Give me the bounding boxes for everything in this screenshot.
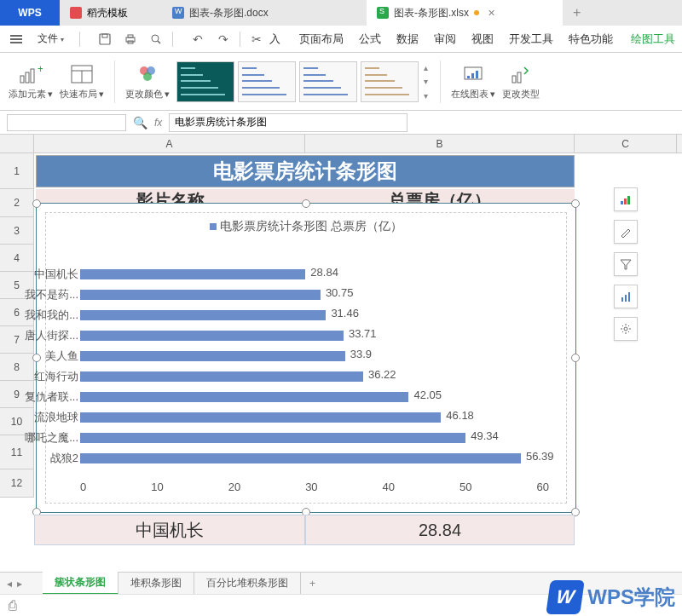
data-button[interactable] [614,285,638,308]
bar-label: 唐人街探... [25,328,78,343]
row-header-1[interactable]: 1 [0,153,33,189]
ribbon-change-color[interactable]: 更改颜色 ▾ [125,62,170,101]
ribbon-tab-review[interactable]: 审阅 [434,28,456,50]
change-color-icon [134,62,161,86]
chart-elements-button[interactable] [614,187,638,211]
ribbon-online-chart[interactable]: 在线图表 ▾ [451,62,495,101]
gallery-more-icon[interactable]: ▾ [424,91,428,101]
sheet-tab-percent[interactable]: 百分比堆积条形图 [194,573,301,594]
row-header-3[interactable]: 3 [0,217,33,245]
bar-fill[interactable] [80,310,326,320]
chevron-down-icon: ▾ [99,89,104,100]
bar-fill[interactable] [80,290,321,300]
chart-style-2[interactable] [238,61,296,102]
print-icon[interactable] [123,32,138,47]
bar-label: 红海行动 [34,369,78,384]
wps-watermark-text: WPS学院 [587,584,675,611]
status-icon: ⎙ [9,598,17,613]
brush-button[interactable] [614,220,638,244]
redo-icon[interactable]: ↷ [216,32,231,47]
tab-xlsx-active[interactable]: 图表-条形图.xlsx ✕ [367,0,563,26]
save-icon[interactable] [97,32,113,47]
row-header-4[interactable]: 4 [0,245,33,272]
cell-b12[interactable]: 28.84 [305,515,575,545]
chart-style-4[interactable] [361,61,419,102]
filter-button[interactable] [614,252,638,276]
gallery-down-icon[interactable]: ▾ [424,77,428,86]
bar-fill[interactable] [80,392,408,402]
chart-plot-area[interactable]: 电影票房统计条形图 总票房（亿） 中国机长 28.84 我不是药... 30.7… [45,212,567,504]
close-icon[interactable]: ✕ [488,8,495,19]
resize-handle[interactable] [302,199,310,208]
ribbon-change-type[interactable]: 更改类型 [502,62,540,101]
add-tab-button[interactable]: + [563,5,591,20]
select-all-corner[interactable] [0,135,34,153]
sheet-nav-prev-icon[interactable]: ◂ [7,578,12,590]
bar-fill[interactable] [80,412,441,423]
ribbon-tab-dev[interactable]: 开发工具 [509,28,553,50]
settings-button[interactable] [614,317,638,341]
sheet-nav: ◂ ▸ [7,578,22,590]
gallery-up-icon[interactable]: ▴ [424,63,428,72]
svg-text:+: + [38,64,43,75]
legend-marker-icon [210,223,217,230]
bar-fill[interactable] [80,351,345,361]
chart-style-1[interactable] [176,61,234,102]
bar-value: 30.75 [326,286,354,299]
sheet-nav-next-icon[interactable]: ▸ [17,578,22,590]
bar-row: 红海行动 36.22 [80,366,549,387]
ribbon-quick-layout[interactable]: 快速布局 ▾ [60,62,104,101]
quick-layout-icon [68,62,95,86]
ribbon-tab-data[interactable]: 数据 [396,28,419,50]
svg-point-16 [143,72,152,81]
resize-handle[interactable] [571,354,580,362]
row-header-2[interactable]: 2 [0,189,33,217]
col-header-a[interactable]: A [34,135,305,153]
resize-handle[interactable] [571,199,580,208]
svg-point-29 [624,327,627,331]
add-sheet-button[interactable]: + [301,578,324,590]
wps-logo-icon: W [546,580,586,614]
scissors-icon[interactable]: ✂ [249,32,264,47]
preview-icon[interactable] [148,32,164,47]
bar-fill[interactable] [80,453,521,463]
sheet-tab-stacked[interactable]: 堆积条形图 [118,573,194,594]
name-box[interactable] [7,114,126,131]
tab-template[interactable]: 稻壳模板 [60,0,162,26]
xtick: 0 [80,481,86,494]
zoom-icon[interactable]: 🔍 [133,116,147,130]
col-header-b[interactable]: B [305,135,575,153]
wps-app-tab[interactable]: WPS [0,0,60,26]
ribbon-tab-layout[interactable]: 页面布局 [299,28,344,50]
bar-fill[interactable] [80,331,344,341]
formula-input[interactable] [169,113,407,132]
tab-docx[interactable]: 图表-条形图.docx [162,0,367,26]
app-tab-bar: WPS 稻壳模板 图表-条形图.docx 图表-条形图.xlsx ✕ + [0,0,682,26]
svg-rect-3 [128,35,133,37]
bar-label: 哪吒之魔... [25,430,78,446]
ribbon-tab-special[interactable]: 特色功能 [569,28,613,50]
ribbon-add-element[interactable]: + 添加元素 ▾ [9,62,53,101]
sheet-tab-clustered[interactable]: 簇状条形图 [43,572,118,595]
undo-icon[interactable]: ↶ [190,32,205,47]
embedded-chart[interactable]: 电影票房统计条形图 总票房（亿） 中国机长 28.84 我不是药... 30.7… [36,203,576,513]
cells-area[interactable]: 电影票房统计条形图 影片名称 总票房（亿） 电影票房统计条形图 总票房（亿） [34,153,682,498]
bar-fill[interactable] [80,433,465,443]
file-menu[interactable]: 文件 ▾ [31,29,71,49]
bar-fill[interactable] [80,269,305,279]
chart-style-3[interactable] [299,61,357,102]
ribbon-tab-formula[interactable]: 公式 [359,28,381,50]
bar-row: 我不是药... 30.75 [80,285,549,305]
row-header-8[interactable]: 8 [0,354,33,381]
bar-row: 我和我的... 31.46 [80,305,549,325]
hamburger-icon[interactable] [7,32,26,47]
row-header-12[interactable]: 12 [0,469,33,498]
bar-fill[interactable] [80,371,363,382]
resize-handle[interactable] [32,199,41,208]
bar-label: 复仇者联... [25,389,78,405]
resize-handle[interactable] [32,354,41,362]
ribbon-tab-charttool[interactable]: 绘图工具 [631,28,675,50]
col-header-c[interactable]: C [575,135,677,153]
ribbon-tab-view[interactable]: 视图 [471,28,494,50]
cell-a12[interactable]: 中国机长 [34,515,305,545]
